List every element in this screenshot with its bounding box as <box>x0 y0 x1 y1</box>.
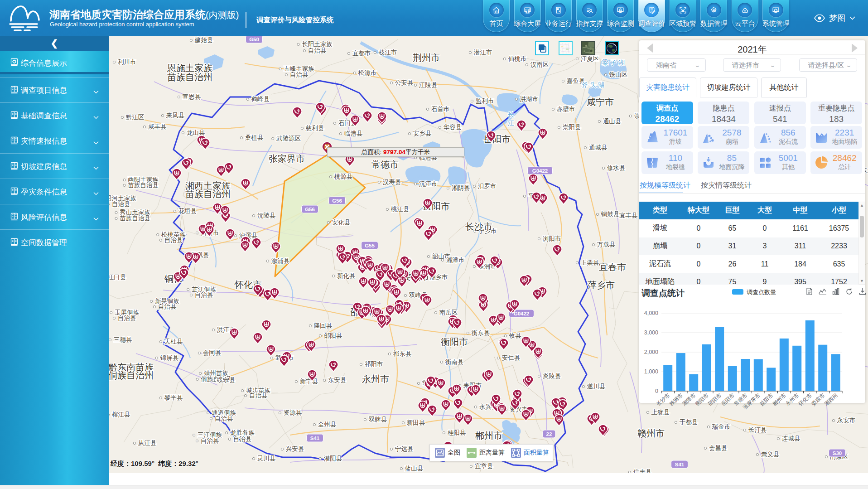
svg-text:斧头湖: 斧头湖 <box>582 81 606 88</box>
svg-text:G0422: G0422 <box>514 311 530 316</box>
svg-text:郴州市: 郴州市 <box>772 392 787 407</box>
svg-text:江: 江 <box>508 119 516 126</box>
svg-text:宁远县: 宁远县 <box>395 445 414 452</box>
svg-text:侗族自治州: 侗族自治州 <box>109 370 154 380</box>
svg-text:攸县: 攸县 <box>509 332 522 339</box>
svg-text:灵川县: 灵川县 <box>257 455 276 462</box>
svg-text:益阳市: 益阳市 <box>759 392 774 407</box>
svg-text:祁东县: 祁东县 <box>393 350 412 357</box>
svg-text:安仁县: 安仁县 <box>502 354 521 361</box>
svg-text:2,000: 2,000 <box>644 349 658 355</box>
svg-text:桑植县: 桑植县 <box>245 134 264 141</box>
svg-text:隆回县: 隆回县 <box>314 322 333 329</box>
svg-text:G50: G50 <box>249 37 259 42</box>
svg-text:1,000: 1,000 <box>644 368 658 375</box>
svg-text:湘阴县: 湘阴县 <box>452 184 470 191</box>
svg-text:苗族自治州: 苗族自治州 <box>185 189 231 199</box>
svg-text:新化县: 新化县 <box>337 272 356 279</box>
svg-text:鹤峰县: 鹤峰县 <box>251 96 270 102</box>
svg-text:黎平县: 黎平县 <box>164 394 183 401</box>
svg-text:衡阳市: 衡阳市 <box>441 337 468 347</box>
svg-text:于都县: 于都县 <box>680 419 698 426</box>
svg-text:建始县: 建始县 <box>194 37 213 44</box>
svg-text:株洲市: 株洲市 <box>668 392 684 407</box>
svg-text:瑞金市: 瑞金市 <box>712 423 731 430</box>
svg-text:长: 长 <box>508 111 516 118</box>
svg-text:G0422: G0422 <box>532 168 548 174</box>
svg-text:蓝山县: 蓝山县 <box>405 465 424 472</box>
svg-text:自治县: 自治县 <box>118 315 136 321</box>
svg-text:自治县: 自治县 <box>195 291 213 298</box>
svg-text:仙桃市: 仙桃市 <box>508 55 527 62</box>
svg-text:长汀县: 长汀县 <box>748 426 767 433</box>
svg-text:长沙市: 长沙市 <box>465 222 492 232</box>
svg-text:资源县: 资源县 <box>284 409 302 416</box>
svg-text:连城县: 连城县 <box>782 435 800 442</box>
svg-text:赤壁市: 赤壁市 <box>557 106 575 112</box>
svg-text:邵阳市: 邵阳市 <box>707 392 723 407</box>
svg-text:自治县: 自治县 <box>112 201 130 208</box>
svg-text:梁子湖: 梁子湖 <box>602 59 627 66</box>
svg-text:自治县: 自治县 <box>215 415 233 422</box>
svg-text:灌阳县: 灌阳县 <box>324 455 342 462</box>
svg-text:三穗县: 三穗县 <box>114 336 132 343</box>
svg-text:龙山县: 龙山县 <box>187 129 205 136</box>
svg-text:永州市: 永州市 <box>784 392 800 407</box>
svg-text:0: 0 <box>655 388 658 394</box>
svg-text:通山县: 通山县 <box>603 118 622 125</box>
svg-text:宜丰县: 宜丰县 <box>619 212 638 219</box>
svg-text:衡南县: 衡南县 <box>445 358 464 365</box>
svg-text:龙胜各族: 龙胜各族 <box>230 429 255 436</box>
svg-text:东安县: 东安县 <box>328 377 347 383</box>
svg-text:萍乡市: 萍乡市 <box>588 280 615 290</box>
svg-text:花垣县: 花垣县 <box>178 208 197 214</box>
svg-text:恩施土家族: 恩施土家族 <box>167 63 212 73</box>
svg-text:衡东县: 衡东县 <box>472 329 490 336</box>
svg-text:赣州市: 赣州市 <box>637 428 665 438</box>
svg-text:会昌县: 会昌县 <box>709 445 728 451</box>
svg-text:汉南区: 汉南区 <box>530 61 549 68</box>
svg-text:苗族自治县: 苗族自治县 <box>120 215 150 222</box>
svg-text:浏阳市: 浏阳市 <box>543 235 561 242</box>
svg-text:公安县: 公安县 <box>395 79 414 86</box>
svg-text:苗族自治县: 苗族自治县 <box>128 182 159 189</box>
svg-text:自治县: 自治县 <box>249 392 268 399</box>
svg-text:22: 22 <box>546 431 552 437</box>
svg-text:咸宁市: 咸宁市 <box>587 97 614 107</box>
svg-text:铁山区: 铁山区 <box>609 71 628 78</box>
svg-text:绥宁县: 绥宁县 <box>217 377 236 383</box>
svg-text:荆州市: 荆州市 <box>413 53 440 63</box>
svg-text:利川市: 利川市 <box>118 58 136 65</box>
svg-text:潜江市: 潜江市 <box>474 49 492 56</box>
svg-text:武陵源区: 武陵源区 <box>276 135 301 142</box>
svg-text:会同县: 会同县 <box>203 349 222 356</box>
svg-text:自治县: 自治县 <box>308 47 327 54</box>
svg-text:炎陵县: 炎陵县 <box>543 373 561 379</box>
svg-text:黔江区: 黔江区 <box>126 114 145 121</box>
svg-text:4,000: 4,000 <box>644 310 658 316</box>
svg-text:咸丰县: 咸丰县 <box>148 123 167 130</box>
svg-text:自治县: 自治县 <box>233 436 252 442</box>
svg-text:江夏区: 江夏区 <box>581 55 599 62</box>
svg-text:自治县: 自治县 <box>290 71 309 78</box>
svg-text:万载县: 万载县 <box>597 241 616 248</box>
svg-text:怀化市: 怀化市 <box>797 392 813 407</box>
svg-text:枝江市: 枝江市 <box>379 49 397 56</box>
svg-text:桂阳县: 桂阳县 <box>448 429 466 436</box>
svg-text:苗族自治州: 苗族自治州 <box>167 72 212 82</box>
svg-text:长阳土家族: 长阳土家族 <box>302 41 333 48</box>
svg-text:天柱县: 天柱县 <box>164 338 183 345</box>
svg-text:慈利县: 慈利县 <box>305 125 324 131</box>
svg-text:湘潭市: 湘潭市 <box>681 392 697 407</box>
svg-text:安化县: 安化县 <box>332 219 351 226</box>
svg-text:兴安县: 兴安县 <box>286 445 304 452</box>
svg-text:汉寿县: 汉寿县 <box>383 179 401 185</box>
svg-text:汨罗市: 汨罗市 <box>478 183 497 189</box>
svg-text:宣恩县: 宣恩县 <box>183 93 201 100</box>
svg-text:G55: G55 <box>365 243 375 248</box>
svg-text:自治县: 自治县 <box>164 237 183 243</box>
svg-text:永州市: 永州市 <box>362 374 389 384</box>
svg-text:从江县: 从江县 <box>138 440 157 446</box>
svg-text:崇义县: 崇义县 <box>761 451 780 458</box>
svg-text:桃江县: 桃江县 <box>391 206 410 213</box>
